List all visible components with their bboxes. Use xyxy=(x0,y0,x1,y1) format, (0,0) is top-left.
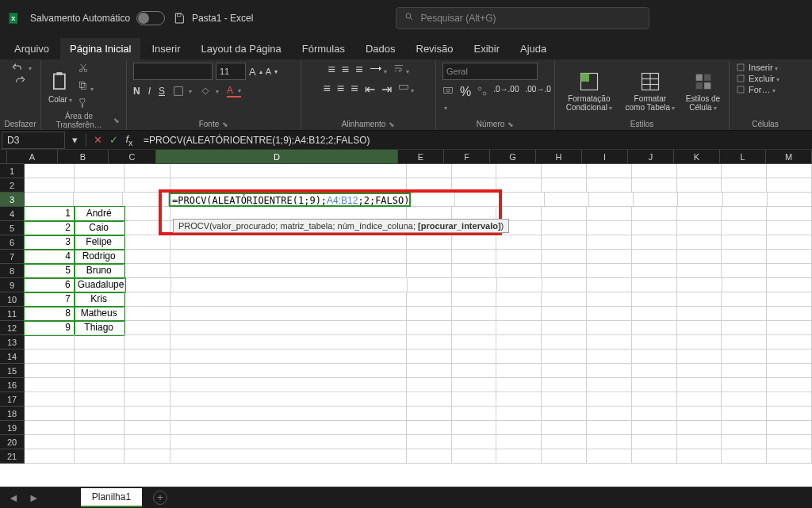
cell-M12[interactable] xyxy=(767,321,812,335)
cell-I19[interactable] xyxy=(587,421,632,435)
cell-J14[interactable] xyxy=(632,349,677,364)
cell-K20[interactable] xyxy=(677,435,722,449)
cell-C11[interactable] xyxy=(124,307,171,321)
cell-F12[interactable] xyxy=(452,321,497,335)
cell-G7[interactable] xyxy=(496,250,542,264)
align-middle-icon[interactable]: ≡ xyxy=(342,63,349,77)
cell-A20[interactable] xyxy=(25,435,75,449)
cell-F17[interactable] xyxy=(452,392,497,407)
cell-G17[interactable] xyxy=(496,392,542,407)
cell-D6[interactable] xyxy=(170,235,407,250)
italic-button[interactable]: I xyxy=(148,86,151,97)
cell-A3[interactable] xyxy=(25,193,74,207)
decrease-indent-icon[interactable]: ⇤ xyxy=(365,82,375,97)
increase-font-icon[interactable]: A▴ xyxy=(249,66,262,78)
cell-L3[interactable] xyxy=(723,193,768,207)
cell-H12[interactable] xyxy=(542,321,587,335)
cell-C1[interactable] xyxy=(124,164,171,178)
cell-A16[interactable] xyxy=(25,378,75,392)
cell-K3[interactable] xyxy=(678,193,722,207)
cell-I4[interactable] xyxy=(587,207,632,221)
cell-I9[interactable] xyxy=(587,278,632,292)
cell-L9[interactable] xyxy=(722,278,768,292)
cell-G14[interactable] xyxy=(496,349,542,364)
cell-F9[interactable] xyxy=(452,278,497,292)
cut-icon[interactable] xyxy=(78,63,94,77)
cell-A11[interactable]: 8 xyxy=(25,307,75,321)
name-box-dropdown[interactable]: ▾ xyxy=(67,134,82,146)
number-dialog-launcher[interactable]: ⬊ xyxy=(508,120,514,128)
cell-E7[interactable] xyxy=(407,250,452,264)
cell-B1[interactable] xyxy=(75,164,124,178)
cell-G15[interactable] xyxy=(496,364,542,378)
cell-A12[interactable]: 9 xyxy=(25,321,75,335)
cell-F7[interactable] xyxy=(452,250,497,264)
increase-indent-icon[interactable]: ⇥ xyxy=(381,82,392,97)
cell-C17[interactable] xyxy=(124,392,171,407)
cell-M6[interactable] xyxy=(767,235,812,250)
cell-E12[interactable] xyxy=(407,321,452,335)
border-button[interactable] xyxy=(173,86,192,97)
row-header-10[interactable]: 10 xyxy=(0,292,25,307)
cell-K4[interactable] xyxy=(677,207,722,221)
cell-D10[interactable] xyxy=(170,292,407,307)
cell-C3[interactable] xyxy=(123,193,169,207)
cell-J4[interactable] xyxy=(632,207,677,221)
cell-L7[interactable] xyxy=(722,250,767,264)
row-header-15[interactable]: 15 xyxy=(0,364,25,378)
autosave-toggle[interactable] xyxy=(136,11,165,25)
cell-I6[interactable] xyxy=(587,235,632,250)
col-header-L[interactable]: L xyxy=(720,150,766,163)
cell-G16[interactable] xyxy=(496,378,542,392)
cell-K2[interactable] xyxy=(677,178,722,193)
fill-color-button[interactable] xyxy=(200,86,219,97)
cell-G11[interactable] xyxy=(496,307,542,321)
row-header-6[interactable]: 6 xyxy=(0,235,25,250)
align-center-icon[interactable]: ≡ xyxy=(337,82,344,97)
cell-G9[interactable] xyxy=(497,278,542,292)
cell-A18[interactable] xyxy=(25,407,75,421)
cell-B10[interactable]: Kris xyxy=(75,292,124,307)
cell-A4[interactable]: 1 xyxy=(25,207,75,221)
cell-D21[interactable] xyxy=(170,449,407,464)
cell-H17[interactable] xyxy=(542,392,587,407)
cell-A8[interactable]: 5 xyxy=(25,264,75,278)
cell-B21[interactable] xyxy=(75,449,124,464)
cell-H16[interactable] xyxy=(542,378,587,392)
sheet-nav-prev[interactable]: ◄ xyxy=(5,491,22,504)
cell-H4[interactable] xyxy=(542,207,587,221)
cell-D12[interactable] xyxy=(170,321,407,335)
cell-M20[interactable] xyxy=(767,435,812,449)
cell-K11[interactable] xyxy=(677,307,722,321)
cell-B5[interactable]: Caio xyxy=(75,221,124,235)
cell-H18[interactable] xyxy=(542,407,587,421)
cell-J16[interactable] xyxy=(632,378,677,392)
row-header-8[interactable]: 8 xyxy=(0,264,25,278)
cell-C2[interactable] xyxy=(124,178,171,193)
cell-K5[interactable] xyxy=(677,221,722,235)
cell-J9[interactable] xyxy=(632,278,677,292)
sheet-tab-active[interactable]: Planilha1 xyxy=(81,488,142,507)
cell-H7[interactable] xyxy=(542,250,587,264)
insert-cells-button[interactable]: Inserir xyxy=(736,63,778,72)
cell-G18[interactable] xyxy=(496,407,542,421)
cell-A10[interactable]: 7 xyxy=(25,292,75,307)
formula-input[interactable]: =PROCV(ALEATÓRIOENTRE(1;9);A4:B12;2;FALS… xyxy=(137,135,812,146)
cell-B15[interactable] xyxy=(75,364,124,378)
cell-A19[interactable] xyxy=(25,421,75,435)
cell-C9[interactable] xyxy=(125,278,172,292)
col-header-M[interactable]: M xyxy=(766,150,812,163)
cell-L12[interactable] xyxy=(722,321,767,335)
cell-K7[interactable] xyxy=(677,250,722,264)
col-header-H[interactable]: H xyxy=(536,150,582,163)
menu-tab-exibir[interactable]: Exibir xyxy=(464,38,509,59)
cell-L1[interactable] xyxy=(722,164,767,178)
menu-tab-inserir[interactable]: Inserir xyxy=(142,38,190,59)
cell-J1[interactable] xyxy=(632,164,677,178)
select-all-corner[interactable] xyxy=(0,150,7,163)
orientation-icon[interactable]: ⭢ xyxy=(370,63,387,77)
cell-M7[interactable] xyxy=(767,250,812,264)
clipboard-dialog-launcher[interactable]: ⬊ xyxy=(113,116,120,124)
cell-A1[interactable] xyxy=(25,164,75,178)
copy-icon[interactable] xyxy=(78,80,94,94)
